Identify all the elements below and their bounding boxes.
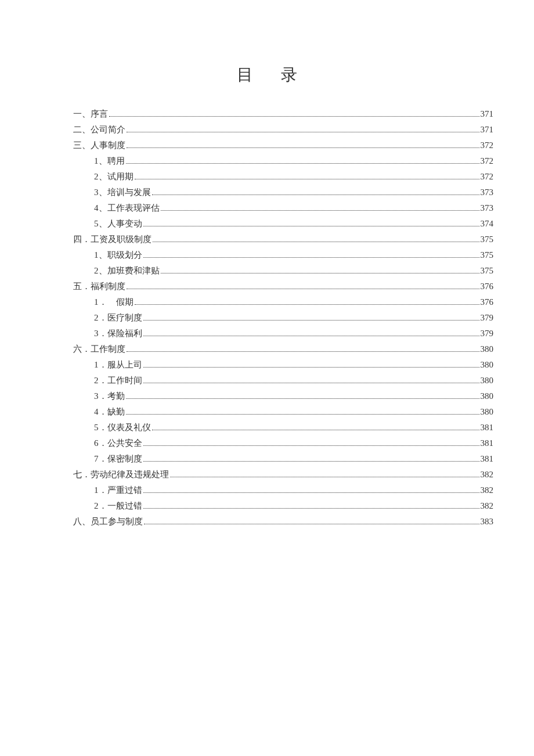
toc-entry: 2．医疗制度379 bbox=[41, 311, 493, 325]
toc-leader bbox=[170, 477, 479, 477]
toc-entry-page: 372 bbox=[481, 138, 494, 152]
toc-list: 一、序言371二、公司简介371三、人事制度3721、聘用3722、试用期372… bbox=[41, 107, 493, 528]
toc-entry-label: 六．工作制度 bbox=[41, 342, 125, 356]
toc-entry-page: 379 bbox=[481, 326, 494, 340]
toc-entry-page: 372 bbox=[481, 154, 494, 168]
toc-entry-page: 380 bbox=[481, 405, 494, 419]
toc-leader bbox=[135, 304, 479, 305]
toc-entry-page: 375 bbox=[481, 232, 494, 246]
toc-entry: 三、人事制度372 bbox=[41, 138, 493, 152]
toc-entry-page: 373 bbox=[481, 201, 494, 215]
toc-entry-page: 374 bbox=[481, 217, 494, 231]
toc-leader bbox=[153, 242, 479, 242]
toc-entry-label: 3、培训与发展 bbox=[41, 185, 151, 199]
toc-entry-label: 2、试用期 bbox=[41, 170, 134, 183]
toc-entry: 4、工作表现评估373 bbox=[41, 201, 493, 215]
toc-leader bbox=[135, 179, 479, 179]
toc-leader bbox=[143, 461, 479, 462]
toc-entry-page: 373 bbox=[481, 185, 494, 199]
toc-entry-page: 380 bbox=[481, 342, 494, 356]
toc-entry-label: 1、聘用 bbox=[41, 154, 125, 168]
toc-entry: 2、试用期372 bbox=[41, 170, 493, 183]
toc-entry: 5、人事变动374 bbox=[41, 217, 493, 231]
toc-entry-page: 380 bbox=[481, 389, 494, 403]
toc-entry-page: 381 bbox=[481, 420, 494, 434]
toc-entry-label: 4、工作表现评估 bbox=[41, 201, 160, 215]
toc-entry: 二、公司简介371 bbox=[41, 123, 493, 136]
toc-entry: 6．公共安全381 bbox=[41, 436, 493, 450]
toc-leader bbox=[143, 492, 479, 493]
toc-leader bbox=[152, 195, 479, 195]
toc-leader bbox=[127, 351, 479, 352]
toc-entry-label: 4．缺勤 bbox=[41, 405, 125, 419]
toc-entry: 4．缺勤380 bbox=[41, 405, 493, 419]
toc-entry-page: 375 bbox=[481, 248, 494, 262]
toc-entry-page: 371 bbox=[481, 123, 494, 136]
toc-entry: 1、聘用372 bbox=[41, 154, 493, 168]
toc-entry-label: 5．仪表及礼仪 bbox=[41, 420, 151, 434]
toc-leader bbox=[143, 367, 479, 368]
toc-entry-label: 1．严重过错 bbox=[41, 483, 142, 497]
toc-leader bbox=[109, 116, 479, 117]
toc-entry: 一、序言371 bbox=[41, 107, 493, 121]
toc-entry: 3．考勤380 bbox=[41, 389, 493, 403]
toc-entry-label: 一、序言 bbox=[41, 107, 108, 121]
toc-leader bbox=[161, 273, 479, 273]
toc-entry-label: 2、加班费和津贴 bbox=[41, 264, 160, 278]
toc-leader bbox=[143, 336, 479, 336]
toc-entry: 八、员工参与制度383 bbox=[41, 514, 493, 528]
toc-leader bbox=[152, 430, 479, 430]
toc-entry-page: 376 bbox=[481, 279, 494, 293]
toc-entry-label: 2．医疗制度 bbox=[41, 311, 142, 325]
toc-leader bbox=[127, 147, 479, 148]
toc-entry: 5．仪表及礼仪381 bbox=[41, 420, 493, 434]
toc-entry-label: 三、人事制度 bbox=[41, 138, 125, 152]
toc-entry: 1． 假期376 bbox=[41, 295, 493, 309]
toc-entry-label: 八、员工参与制度 bbox=[41, 514, 143, 528]
toc-leader bbox=[126, 398, 479, 399]
toc-entry-label: 2．工作时间 bbox=[41, 373, 142, 387]
toc-entry-label: 1．服从上司 bbox=[41, 358, 142, 372]
toc-entry-page: 376 bbox=[481, 295, 494, 309]
toc-entry-page: 383 bbox=[481, 514, 494, 528]
toc-entry-page: 375 bbox=[481, 264, 494, 278]
toc-entry-page: 381 bbox=[481, 452, 494, 466]
toc-entry-page: 380 bbox=[481, 373, 494, 387]
toc-entry: 7．保密制度381 bbox=[41, 452, 493, 466]
toc-leader bbox=[143, 226, 479, 226]
toc-leader bbox=[143, 508, 479, 509]
toc-entry-label: 七．劳动纪律及违规处理 bbox=[41, 467, 169, 481]
toc-leader bbox=[126, 163, 479, 164]
toc-entry: 2、加班费和津贴375 bbox=[41, 264, 493, 278]
toc-entry: 六．工作制度380 bbox=[41, 342, 493, 356]
toc-entry-page: 372 bbox=[481, 170, 494, 183]
toc-entry-label: 四．工资及职级制度 bbox=[41, 232, 151, 246]
toc-leader bbox=[143, 383, 479, 383]
toc-entry-page: 382 bbox=[481, 499, 494, 513]
toc-leader bbox=[143, 320, 479, 321]
toc-leader bbox=[127, 289, 479, 289]
toc-entry: 3．保险福利379 bbox=[41, 326, 493, 340]
toc-entry-label: 二、公司简介 bbox=[41, 123, 125, 136]
toc-entry-label: 3．考勤 bbox=[41, 389, 125, 403]
toc-leader bbox=[127, 132, 479, 132]
toc-entry-label: 1． 假期 bbox=[41, 295, 134, 309]
toc-entry-page: 382 bbox=[481, 483, 494, 497]
toc-entry: 七．劳动纪律及违规处理382 bbox=[41, 467, 493, 481]
toc-entry-label: 2．一般过错 bbox=[41, 499, 142, 513]
toc-leader bbox=[143, 445, 479, 446]
toc-entry-label: 五．福利制度 bbox=[41, 279, 125, 293]
toc-entry-page: 371 bbox=[481, 107, 494, 121]
toc-leader bbox=[126, 414, 479, 415]
toc-entry: 2．工作时间380 bbox=[41, 373, 493, 387]
toc-entry-page: 379 bbox=[481, 311, 494, 325]
toc-entry-label: 7．保密制度 bbox=[41, 452, 142, 466]
toc-entry-page: 382 bbox=[481, 467, 494, 481]
toc-entry: 2．一般过错382 bbox=[41, 499, 493, 513]
toc-entry-page: 380 bbox=[481, 358, 494, 372]
toc-entry-page: 381 bbox=[481, 436, 494, 450]
toc-entry: 1、职级划分375 bbox=[41, 248, 493, 262]
toc-entry-label: 3．保险福利 bbox=[41, 326, 142, 340]
toc-entry: 1．服从上司380 bbox=[41, 358, 493, 372]
toc-leader bbox=[161, 210, 479, 211]
